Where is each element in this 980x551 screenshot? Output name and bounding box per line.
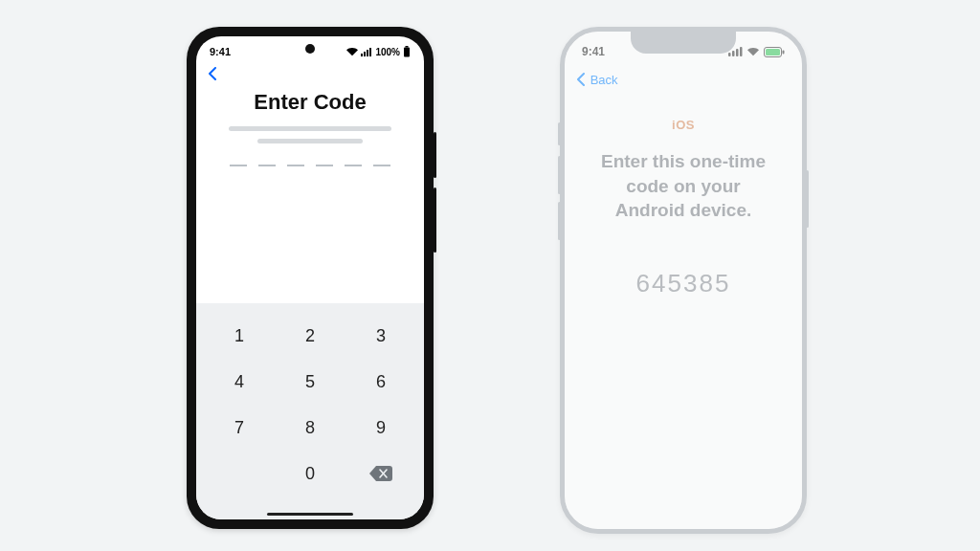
power-button bbox=[434, 187, 436, 253]
side-button bbox=[806, 170, 809, 228]
phone-ios: 9:41 Back iOS Enter this one-time code o… bbox=[560, 27, 807, 534]
battery-icon bbox=[764, 47, 785, 57]
keypad-7[interactable]: 7 bbox=[206, 407, 273, 449]
svg-rect-1 bbox=[406, 46, 409, 48]
chevron-left-icon bbox=[576, 73, 585, 86]
keypad-0[interactable]: 0 bbox=[277, 452, 344, 495]
code-slot bbox=[258, 165, 276, 166]
back-button[interactable] bbox=[208, 67, 217, 84]
wifi-icon bbox=[746, 47, 760, 56]
brand-label: iOS bbox=[565, 118, 802, 132]
chevron-left-icon bbox=[208, 67, 217, 80]
signal-icon bbox=[361, 48, 372, 56]
instruction-text: Enter this one-time code on your Android… bbox=[590, 149, 777, 223]
code-slot bbox=[287, 165, 304, 166]
keypad-backspace[interactable] bbox=[347, 452, 414, 495]
volume-button bbox=[434, 132, 436, 178]
silent-switch bbox=[558, 122, 561, 145]
placeholder-line bbox=[229, 126, 391, 131]
placeholder-line bbox=[257, 139, 363, 143]
status-icons bbox=[728, 47, 785, 57]
page-title: Enter Code bbox=[196, 90, 424, 115]
status-icons: 100% bbox=[346, 46, 411, 57]
phone-android: 9:41 100% Enter Code bbox=[187, 27, 434, 529]
svg-rect-8 bbox=[783, 50, 785, 54]
code-input[interactable] bbox=[196, 165, 424, 166]
svg-rect-0 bbox=[404, 48, 410, 57]
keypad-9[interactable]: 9 bbox=[347, 407, 414, 449]
volume-down-button bbox=[558, 202, 561, 240]
keypad-4[interactable]: 4 bbox=[206, 361, 273, 403]
keypad-6[interactable]: 6 bbox=[347, 361, 414, 403]
code-slot bbox=[316, 165, 333, 166]
home-indicator bbox=[267, 513, 353, 516]
back-button[interactable]: Back bbox=[576, 73, 618, 87]
one-time-code: 645385 bbox=[565, 269, 802, 298]
svg-rect-3 bbox=[732, 51, 735, 56]
keypad-1[interactable]: 1 bbox=[206, 315, 273, 357]
svg-rect-5 bbox=[740, 47, 743, 56]
subtitle-placeholder bbox=[196, 126, 424, 143]
back-label: Back bbox=[590, 73, 618, 87]
keypad-3[interactable]: 3 bbox=[347, 315, 414, 357]
volume-up-button bbox=[558, 156, 561, 194]
ios-screen: 9:41 Back iOS Enter this one-time code o… bbox=[565, 32, 802, 529]
numeric-keypad: 1 2 3 4 5 6 7 8 9 0 bbox=[196, 303, 424, 519]
front-camera bbox=[305, 44, 315, 54]
battery-icon bbox=[403, 46, 411, 57]
status-time: 9:41 bbox=[582, 45, 605, 58]
battery-text: 100% bbox=[375, 47, 400, 57]
code-slot bbox=[230, 165, 247, 166]
svg-rect-7 bbox=[766, 49, 780, 55]
keypad-5[interactable]: 5 bbox=[277, 361, 344, 403]
nav-bar bbox=[196, 63, 424, 88]
stage: 9:41 100% Enter Code bbox=[0, 0, 980, 551]
notch bbox=[631, 31, 736, 54]
keypad-8[interactable]: 8 bbox=[277, 407, 344, 449]
nav-bar: Back bbox=[565, 66, 802, 93]
svg-rect-2 bbox=[728, 53, 731, 56]
code-slot bbox=[345, 165, 362, 166]
keypad-2[interactable]: 2 bbox=[277, 315, 344, 357]
svg-rect-4 bbox=[736, 49, 739, 56]
wifi-icon bbox=[346, 48, 358, 56]
code-slot bbox=[373, 165, 390, 166]
android-screen: 9:41 100% Enter Code bbox=[196, 36, 424, 519]
status-time: 9:41 bbox=[210, 46, 231, 57]
backspace-icon bbox=[369, 466, 392, 481]
